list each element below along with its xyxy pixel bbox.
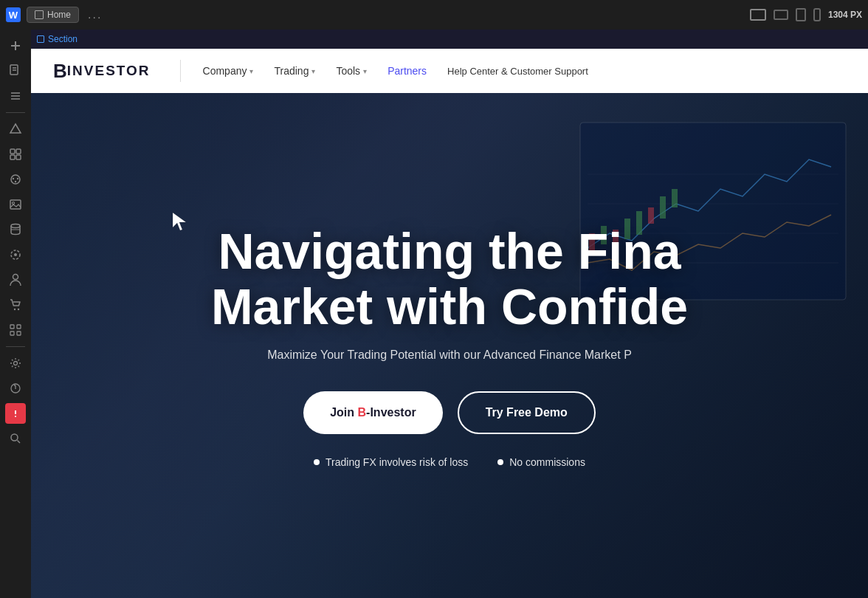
more-tabs-indicator[interactable]: ... bbox=[88, 8, 102, 21]
nav-tools-label: Tools bbox=[336, 65, 360, 77]
svg-point-20 bbox=[13, 202, 15, 205]
nav-item-trading[interactable]: Trading ▾ bbox=[266, 61, 323, 81]
hero-badge-commissions: No commissions bbox=[497, 456, 585, 468]
svg-rect-30 bbox=[10, 331, 14, 335]
section-label-box-icon bbox=[37, 35, 44, 43]
join-button-highlight: B bbox=[358, 406, 367, 419]
database-icon[interactable] bbox=[5, 219, 26, 240]
svg-rect-31 bbox=[17, 331, 21, 335]
svg-marker-10 bbox=[10, 124, 21, 133]
components-icon[interactable] bbox=[5, 119, 26, 140]
hero-buttons: Join B-Investor Try Free Demo bbox=[303, 391, 596, 434]
svg-point-38 bbox=[15, 416, 16, 417]
svg-rect-29 bbox=[17, 325, 21, 329]
hero-badges: Trading FX involves risk of loss No comm… bbox=[314, 456, 585, 468]
nav-support-label: Help Center & Customer Support bbox=[447, 66, 588, 77]
svg-point-17 bbox=[17, 178, 18, 179]
home-tab-label: Home bbox=[47, 10, 71, 20]
svg-point-23 bbox=[14, 253, 17, 256]
badge-dot-1 bbox=[314, 459, 320, 465]
section-bar: Section bbox=[31, 30, 868, 49]
demo-button[interactable]: Try Free Demo bbox=[458, 391, 596, 434]
section-label-text: Section bbox=[48, 34, 78, 44]
warning-icon bbox=[5, 403, 26, 424]
theme-icon[interactable] bbox=[5, 169, 26, 190]
search-bottom-icon[interactable] bbox=[5, 428, 26, 449]
site-logo[interactable]: BINVESTOR bbox=[53, 61, 151, 80]
hero-subtitle: Maximize Your Trading Potential with our… bbox=[267, 348, 632, 362]
website-preview: BINVESTOR Company ▾ Trading ▾ Tools ▾ Pa… bbox=[31, 49, 868, 598]
home-tab-icon bbox=[35, 10, 44, 19]
svg-rect-11 bbox=[10, 149, 15, 154]
svg-rect-19 bbox=[10, 200, 21, 209]
site-navigation: BINVESTOR Company ▾ Trading ▾ Tools ▾ Pa… bbox=[31, 49, 868, 93]
nav-item-company[interactable]: Company ▾ bbox=[196, 61, 261, 81]
layers-icon[interactable] bbox=[5, 86, 26, 106]
viewport-mobile-button[interactable] bbox=[813, 8, 821, 21]
sidebar-divider-2 bbox=[6, 346, 24, 347]
nav-divider bbox=[180, 60, 181, 82]
svg-rect-12 bbox=[16, 149, 21, 154]
nav-trading-chevron: ▾ bbox=[311, 67, 315, 75]
section-label[interactable]: Section bbox=[37, 34, 78, 44]
nav-company-label: Company bbox=[203, 65, 247, 77]
svg-point-32 bbox=[14, 362, 18, 365]
px-display: 1304 PX bbox=[828, 10, 862, 20]
sidebar-divider-1 bbox=[6, 112, 24, 113]
hero-badge-risk: Trading FX involves risk of loss bbox=[314, 456, 468, 468]
svg-rect-13 bbox=[10, 155, 15, 159]
nav-links: Company ▾ Trading ▾ Tools ▾ Partners Hel… bbox=[196, 61, 596, 81]
svg-point-27 bbox=[18, 309, 19, 310]
hero-content: Navigating the Fina Market with Confide … bbox=[31, 93, 868, 598]
nav-trading-label: Trading bbox=[274, 65, 309, 77]
image-icon[interactable] bbox=[5, 194, 26, 215]
svg-point-18 bbox=[15, 181, 16, 182]
nav-tools-chevron: ▾ bbox=[363, 67, 367, 75]
viewport-desktop-button[interactable] bbox=[750, 9, 766, 21]
nav-item-support[interactable]: Help Center & Customer Support bbox=[440, 61, 596, 81]
user-icon[interactable] bbox=[5, 269, 26, 290]
svg-point-39 bbox=[11, 434, 18, 441]
editor-logo-icon: W bbox=[6, 7, 21, 22]
integrations-icon[interactable] bbox=[5, 244, 26, 265]
svg-line-40 bbox=[18, 441, 21, 444]
hero-title-line2: Market with Confide bbox=[211, 278, 688, 334]
svg-rect-28 bbox=[10, 325, 14, 329]
page-icon[interactable] bbox=[5, 61, 26, 81]
top-bar-controls: 1304 PX bbox=[750, 8, 862, 21]
hero-section: Navigating the Fina Market with Confide … bbox=[31, 93, 868, 598]
join-button[interactable]: Join B-Investor bbox=[303, 391, 442, 434]
viewport-laptop-button[interactable] bbox=[774, 10, 788, 20]
logo-text: INVESTOR bbox=[67, 63, 151, 79]
left-sidebar bbox=[0, 30, 31, 598]
editor-top-bar: W Home ... 1304 PX bbox=[0, 0, 868, 30]
apps-icon[interactable] bbox=[5, 320, 26, 340]
home-tab[interactable]: Home bbox=[27, 7, 79, 23]
hero-badge-risk-text: Trading FX involves risk of loss bbox=[326, 456, 468, 468]
cart-icon[interactable] bbox=[5, 295, 26, 315]
badge-dot-2 bbox=[497, 459, 503, 465]
nav-item-partners[interactable]: Partners bbox=[380, 61, 434, 81]
nav-company-chevron: ▾ bbox=[249, 67, 253, 75]
svg-text:W: W bbox=[9, 10, 18, 21]
nav-item-tools[interactable]: Tools ▾ bbox=[328, 61, 374, 81]
add-icon[interactable] bbox=[5, 35, 26, 56]
widgets-icon[interactable] bbox=[5, 144, 26, 165]
hero-title-line1: Navigating the Fina bbox=[218, 223, 681, 279]
svg-rect-14 bbox=[16, 155, 21, 159]
svg-point-26 bbox=[14, 309, 16, 310]
hero-title: Navigating the Fina Market with Confide bbox=[211, 224, 688, 334]
settings-icon[interactable] bbox=[5, 353, 26, 374]
help-icon[interactable] bbox=[5, 378, 26, 399]
svg-point-16 bbox=[13, 178, 14, 179]
svg-point-25 bbox=[13, 275, 18, 280]
hero-badge-commissions-text: No commissions bbox=[509, 456, 585, 468]
svg-point-21 bbox=[11, 224, 20, 228]
logo-b: B bbox=[53, 61, 67, 80]
nav-partners-label: Partners bbox=[388, 65, 427, 77]
viewport-tablet-button[interactable] bbox=[796, 8, 806, 21]
